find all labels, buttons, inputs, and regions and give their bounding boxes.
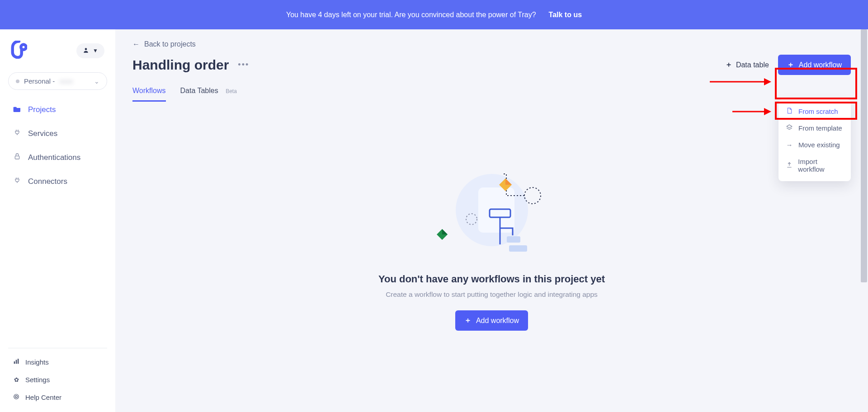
- bar-chart-icon: [13, 358, 20, 366]
- person-icon: [83, 47, 89, 55]
- sidebar-top: ▼: [8, 41, 107, 61]
- annotation-arrow-2: [732, 106, 773, 119]
- svg-point-6: [14, 394, 19, 399]
- chevron-down-icon: ⌄: [94, 78, 99, 85]
- add-data-table-button[interactable]: ＋ Data table: [725, 60, 769, 70]
- svg-rect-9: [478, 187, 514, 233]
- svg-marker-23: [764, 108, 771, 115]
- tab-label: Workflows: [132, 87, 166, 94]
- dropdown-item-move-existing[interactable]: → Move existing: [778, 136, 851, 153]
- sidebar-footer: Insights ✿ Settings Help Center: [8, 356, 107, 403]
- page-title: Handling order: [132, 57, 229, 73]
- svg-marker-18: [442, 229, 448, 234]
- layers-icon: [786, 124, 793, 132]
- workspace-label: Personal -: [24, 77, 55, 85]
- arrow-left-icon: ←: [132, 40, 140, 48]
- dropdown-item-from-template[interactable]: From template: [778, 120, 851, 136]
- empty-state-title: You don't have any workflows in this pro…: [378, 273, 605, 285]
- plus-icon: ＋: [787, 60, 794, 70]
- sidebar-item-label: Connectors: [28, 177, 67, 186]
- sidebar-footer-insights[interactable]: Insights: [8, 356, 107, 368]
- sidebar-divider: [8, 348, 107, 348]
- svg-rect-12: [509, 245, 527, 252]
- back-label: Back to projects: [144, 40, 196, 48]
- app-body: ▼ Personal - xxxx ⌄ Projects Services: [0, 29, 868, 412]
- profile-menu-button[interactable]: ▼: [76, 43, 104, 58]
- title-actions: ＋ Data table ＋ Add workflow: [725, 55, 851, 75]
- lock-icon: [13, 153, 22, 162]
- folder-icon: [13, 105, 22, 114]
- svg-rect-3: [14, 361, 15, 364]
- arrow-right-icon: →: [786, 141, 793, 149]
- dropdown-item-label: From template: [798, 124, 842, 132]
- plug-icon: [13, 177, 22, 186]
- dropdown-item-from-scratch[interactable]: From scratch: [778, 103, 851, 120]
- sidebar-item-label: Authentications: [28, 153, 80, 162]
- file-icon: [786, 108, 793, 115]
- empty-state-subtitle: Create a workflow to start putting toget…: [386, 290, 598, 299]
- main-content: ← Back to projects Handling order ••• ＋ …: [115, 29, 868, 412]
- sidebar-item-projects[interactable]: Projects: [8, 101, 107, 119]
- svg-point-7: [15, 396, 18, 398]
- dropdown-item-label: Import workflow: [798, 158, 844, 173]
- title-left: Handling order •••: [132, 57, 249, 73]
- add-workflow-dropdown: From scratch From template → Move existi…: [778, 99, 851, 181]
- sidebar-footer-label: Settings: [25, 376, 50, 384]
- sidebar: ▼ Personal - xxxx ⌄ Projects Services: [0, 29, 115, 412]
- gear-icon: ✿: [13, 376, 20, 383]
- sidebar-footer-label: Insights: [25, 358, 49, 366]
- life-ring-icon: [13, 393, 20, 401]
- sidebar-nav: Projects Services Authentications Connec…: [8, 101, 107, 344]
- plus-icon: ＋: [725, 60, 732, 70]
- upload-icon: [786, 162, 793, 169]
- brand-logo[interactable]: [11, 41, 27, 61]
- svg-rect-5: [18, 359, 19, 364]
- add-workflow-label: Add workflow: [799, 61, 842, 69]
- tabs: Workflows Data Tables Beta: [132, 84, 851, 102]
- main-scrollbar-thumb[interactable]: [861, 29, 867, 282]
- svg-rect-4: [16, 360, 17, 364]
- talk-to-us-link[interactable]: Talk to us: [549, 11, 582, 19]
- svg-point-0: [21, 45, 26, 50]
- empty-state: You don't have any workflows in this pro…: [132, 160, 851, 331]
- plug-icon: [13, 129, 22, 138]
- svg-rect-11: [507, 236, 520, 243]
- more-options-button[interactable]: •••: [238, 60, 249, 70]
- empty-add-workflow-label: Add workflow: [476, 317, 519, 325]
- trial-banner-message: You have 4 days left on your trial. Are …: [286, 11, 536, 19]
- sidebar-item-label: Projects: [28, 105, 56, 114]
- dropdown-item-import-workflow[interactable]: Import workflow: [778, 153, 851, 178]
- tab-label: Data Tables: [180, 87, 218, 94]
- sidebar-footer-help-center[interactable]: Help Center: [8, 392, 107, 403]
- beta-badge: Beta: [226, 88, 237, 94]
- dropdown-item-label: Move existing: [798, 141, 840, 149]
- back-to-projects-link[interactable]: ← Back to projects: [132, 40, 196, 48]
- workspace-label-hidden: xxxx: [59, 77, 73, 85]
- svg-point-14: [524, 187, 541, 204]
- svg-rect-2: [15, 156, 19, 159]
- dropdown-item-label: From scratch: [798, 108, 838, 115]
- empty-illustration: [429, 160, 555, 260]
- logo-icon: [11, 41, 27, 59]
- title-row: Handling order ••• ＋ Data table ＋ Add wo…: [132, 55, 851, 75]
- sidebar-footer-settings[interactable]: ✿ Settings: [8, 374, 107, 385]
- workspace-selector[interactable]: Personal - xxxx ⌄: [8, 72, 107, 90]
- empty-add-workflow-button[interactable]: ＋ Add workflow: [455, 310, 528, 331]
- tab-workflows[interactable]: Workflows: [132, 84, 166, 102]
- sidebar-footer-label: Help Center: [25, 393, 61, 401]
- add-workflow-button[interactable]: ＋ Add workflow: [778, 55, 851, 75]
- sidebar-item-authentications[interactable]: Authentications: [8, 148, 107, 167]
- sidebar-item-connectors[interactable]: Connectors: [8, 172, 107, 191]
- svg-marker-19: [787, 125, 792, 128]
- trial-banner: You have 4 days left on your trial. Are …: [0, 0, 868, 29]
- sidebar-item-services[interactable]: Services: [8, 124, 107, 143]
- svg-point-1: [85, 48, 87, 50]
- sidebar-item-label: Services: [28, 129, 57, 138]
- caret-down-icon: ▼: [93, 47, 98, 54]
- plus-icon: ＋: [464, 316, 472, 325]
- data-table-label: Data table: [736, 61, 769, 69]
- main-scroll[interactable]: ← Back to projects Handling order ••• ＋ …: [115, 29, 868, 412]
- workspace-dot-icon: [16, 80, 19, 83]
- tab-data-tables[interactable]: Data Tables Beta: [180, 84, 237, 102]
